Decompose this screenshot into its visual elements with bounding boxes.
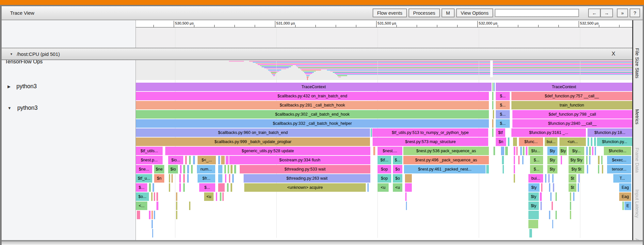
trace-event[interactable]: <unknown> acquire (244, 183, 366, 192)
trace-event-sliver[interactable] (578, 174, 580, 183)
trace-event-sliver[interactable] (594, 138, 596, 146)
trace-event-sliver[interactable] (552, 174, 554, 183)
view-options-button[interactable]: View Options (456, 8, 493, 17)
trace-event-sliver[interactable] (591, 138, 592, 146)
processes-button[interactable]: Processes (409, 8, 440, 17)
trace-event-sliver[interactable] (154, 192, 155, 201)
trace-event-sliver[interactable] (540, 192, 542, 201)
trace-event-sliver[interactable] (570, 211, 571, 219)
trace-event-sliver[interactable] (229, 174, 230, 183)
trace-event-sliver[interactable] (153, 183, 154, 192)
more-button[interactable]: » (617, 8, 628, 17)
trace-event-sliver[interactable] (169, 183, 170, 192)
trace-event-sliver[interactable] (176, 192, 177, 201)
trace-event[interactable]: $o (393, 174, 402, 183)
trace-event-sliver[interactable] (492, 92, 493, 100)
trace-event-sliver[interactable] (493, 147, 495, 155)
trace-event-sliver[interactable] (179, 183, 181, 192)
trace-event[interactable]: <u (378, 183, 389, 192)
trace-event[interactable]: $<_... (198, 156, 216, 164)
trace-event-sliver[interactable] (602, 165, 603, 173)
trace-event-sliver[interactable] (406, 202, 407, 210)
thread-row-python3-expanded[interactable]: ▼ python3 (8, 105, 38, 111)
trace-event-sliver[interactable] (552, 220, 553, 228)
trace-event-sliver[interactable] (225, 174, 226, 183)
trace-event-sliver[interactable] (541, 183, 542, 192)
trace-event-sliver[interactable] (224, 165, 226, 173)
trace-event[interactable]: $callbacks.py:432 on_train_batch_end (136, 92, 489, 100)
trace-event[interactable]: $nest.py:461 _packed_nest... (404, 165, 486, 173)
trace-event[interactable]: $nest.py:496 _pack_sequence_as (403, 156, 489, 164)
trace-event[interactable]: $... (530, 156, 543, 164)
trace-event-sliver[interactable] (373, 147, 375, 155)
trace-event-sliver[interactable] (227, 183, 229, 192)
trace-event-sliver[interactable] (540, 202, 542, 210)
trace-event[interactable]: $callbacks.py:999 _batch_update_progbar (136, 138, 370, 146)
trace-event-sliver[interactable] (226, 156, 229, 164)
trace-event-sliver[interactable] (218, 156, 220, 164)
trace-event-sliver[interactable] (405, 183, 412, 192)
trace-event-sliver[interactable] (183, 183, 185, 192)
trace-event[interactable]: $ty... (569, 147, 584, 155)
trace-event[interactable]: <u (204, 192, 214, 201)
trace-event-sliver[interactable] (218, 183, 225, 192)
trace-event[interactable]: $io (168, 165, 178, 173)
trace-event-sliver[interactable] (587, 165, 588, 173)
trace-event-sliver[interactable] (492, 119, 493, 128)
trace-event[interactable]: Eag (619, 183, 631, 192)
trace-event-sliver[interactable] (520, 147, 522, 155)
trace-event[interactable]: $ty (528, 202, 539, 210)
trace-event-sliver[interactable] (494, 83, 495, 91)
trace-event-sliver[interactable] (169, 174, 170, 183)
trace-event-sliver[interactable] (555, 192, 557, 201)
trace-event-sliver[interactable] (152, 211, 153, 219)
trace-event-sliver[interactable] (561, 156, 562, 164)
trace-event[interactable]: <un... (559, 138, 586, 146)
trace-event-sliver[interactable] (518, 156, 520, 164)
trace-event[interactable]: $tf_utils.py:513 to_numpy_or_python_type (372, 128, 488, 137)
trace-event-sliver[interactable] (513, 138, 517, 146)
trace-event[interactable]: $t (569, 183, 576, 192)
trace-event-sliver[interactable] (514, 147, 515, 155)
trace-event[interactable]: num... (197, 165, 215, 173)
trace-event[interactable]: $tf... (378, 156, 391, 164)
trace-event-sliver[interactable] (152, 229, 153, 237)
trace-event-sliver[interactable] (589, 147, 591, 155)
trace-event-sliver[interactable] (156, 192, 158, 201)
trace-event[interactable]: $o... (136, 192, 149, 201)
trace-event[interactable]: $ty (528, 192, 539, 201)
trace-event-sliver[interactable] (522, 156, 523, 164)
trace-event[interactable]: $ne... (136, 165, 152, 173)
trace-event-sliver[interactable] (514, 156, 515, 164)
trace-event-sliver[interactable] (191, 165, 193, 173)
trace-event-sliver[interactable] (231, 165, 233, 173)
trace-event[interactable]: $... (199, 183, 215, 192)
trace-event-sliver[interactable] (176, 211, 177, 219)
trace-event[interactable]: <... (136, 202, 147, 210)
trace-event[interactable]: $callbacks.py:332 _call_batch_hook_helpe… (136, 119, 489, 128)
trace-event[interactable]: $def_function.py:798 _call (512, 110, 632, 119)
trace-event[interactable]: $n (154, 174, 164, 183)
trace-event[interactable]: E (624, 202, 631, 210)
trace-event-sliver[interactable] (228, 165, 229, 173)
trace-event[interactable]: $op (378, 174, 391, 183)
trace-event-sliver[interactable] (502, 156, 504, 164)
trace-event-sliver[interactable] (149, 211, 151, 219)
trace-event[interactable]: T... (613, 174, 631, 183)
trace-event[interactable]: train_function (511, 101, 632, 109)
expanded-twisty-icon[interactable]: ▼ (8, 106, 11, 110)
trace-event-sliver[interactable] (149, 183, 151, 192)
trace-event-sliver[interactable] (586, 147, 588, 155)
trace-event[interactable]: bui... (528, 174, 543, 183)
forward-arrow-button[interactable]: → (601, 8, 613, 17)
trace-event[interactable]: TraceContext (496, 83, 632, 91)
trace-event-sliver[interactable] (548, 174, 550, 183)
vertical-tab-file-size-stats[interactable]: File Size Stats (635, 48, 640, 78)
trace-event-sliver[interactable] (598, 165, 599, 173)
trace-event-sliver[interactable] (514, 174, 515, 183)
trace-event-sliver[interactable] (171, 174, 173, 183)
trace-event[interactable]: $function.py:2840 __call__ (512, 119, 632, 128)
trace-event[interactable]: $callbacks.py:960 on_train_batch_end (136, 128, 370, 137)
trace-event-sliver[interactable] (550, 192, 552, 201)
trace-event[interactable]: $t (569, 174, 576, 183)
